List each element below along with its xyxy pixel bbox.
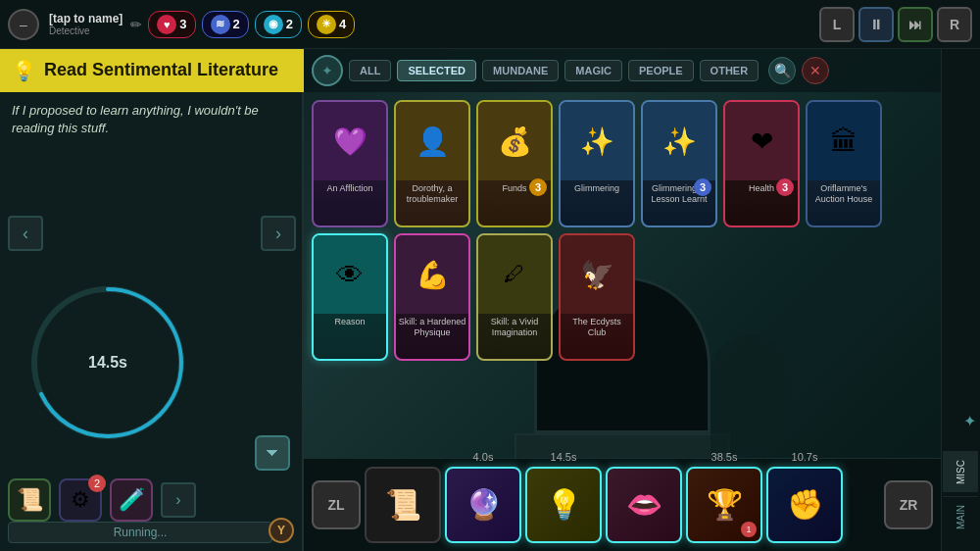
search-button[interactable]: 🔍 (768, 57, 796, 84)
card-reason-name: Reason (332, 314, 367, 330)
zl-button[interactable]: ZL (312, 480, 361, 529)
slot-3-time: 14.5s (551, 451, 577, 463)
cards-area: 💜 An Affliction 👤 Dorothy, a troublemake… (304, 92, 941, 453)
filter-hub-button[interactable]: ✦ (312, 55, 343, 86)
card-funds-badge: 3 (529, 178, 547, 196)
R-button[interactable]: R (937, 7, 972, 42)
card-skill-hardened-image: 💪 (396, 235, 468, 314)
gear-icon-button[interactable]: ⚙ 2 (59, 478, 102, 522)
right-tab-panel: MISC MAIN ✦ (941, 0, 980, 551)
stat-gold-badge[interactable]: ☀ 4 (308, 11, 355, 38)
y-controller-button[interactable]: Y (269, 518, 294, 543)
running-label: Running... (114, 526, 168, 539)
slot-2-icon: 🔮 (466, 487, 502, 522)
card-glimmering-name: Glimmering (572, 180, 621, 197)
tab-misc[interactable]: MISC (943, 451, 978, 492)
card-skill-vivid-name: Skill: a Vivid Imagination (478, 314, 551, 341)
timer-display: 14.5s (20, 275, 196, 451)
card-glimmering-lesson-badge: 3 (694, 178, 711, 196)
card-health[interactable]: ❤ Health 3 (723, 100, 800, 227)
slot-6-time: 10.7s (792, 451, 818, 463)
card-oriflamme[interactable]: 🏛 Oriflamme's Auction House (806, 100, 882, 227)
card-affliction-name: An Affliction (325, 180, 375, 197)
skip-button[interactable]: ⏭ (898, 7, 933, 42)
timer-value: 14.5s (88, 354, 127, 372)
card-skill-hardened-name: Skill: a Hardened Physique (396, 314, 468, 341)
slot-5-badge: 1 (741, 522, 757, 537)
slot-1-icon: 📜 (385, 487, 421, 522)
slot-4-icon: 👄 (626, 487, 662, 522)
teal-icon: ◉ (264, 15, 283, 34)
panel-expand-button[interactable]: › (161, 482, 196, 518)
action-slot-2[interactable]: 4.0s 🔮 (445, 467, 521, 543)
top-right-buttons: L ⏸ ⏭ R (819, 7, 972, 42)
filter-mundane[interactable]: MUNDANE (482, 60, 559, 81)
running-status-bar: Running... (8, 522, 272, 543)
blue-icon: ≋ (211, 15, 230, 34)
gold-icon: ☀ (317, 15, 336, 34)
slot-5-time: 38.5s (711, 451, 738, 463)
card-reason-image: 👁 (314, 235, 386, 314)
stat-teal-badge[interactable]: ◉ 2 (255, 11, 302, 38)
bottom-action-bar: ZL 📜 4.0s 🔮 14.5s 💡 👄 38.5s 🏆 1 10.7s ✊ … (304, 458, 941, 551)
slot-6-icon: ✊ (787, 487, 823, 522)
misc-node-icon[interactable]: ✦ (963, 412, 976, 430)
card-navigation: ‹ › (0, 216, 304, 251)
close-filter-button[interactable]: ✕ (802, 57, 829, 84)
card-affliction-image: 💜 (314, 102, 386, 180)
card-glimmering-lesson[interactable]: ✨ Glimmering: a Lesson Learnt 3 (641, 100, 717, 227)
journal-icon-button[interactable]: 📜 (8, 478, 51, 522)
tab-main[interactable]: MAIN (943, 496, 978, 537)
card-health-badge: 3 (776, 178, 794, 196)
card-funds[interactable]: 💰 Funds 3 (476, 100, 553, 227)
player-name: [tap to name] (49, 12, 122, 25)
card-oriflamme-image: 🏛 (808, 102, 880, 180)
filter-magic[interactable]: MAGIC (564, 60, 622, 81)
action-slot-5[interactable]: 38.5s 🏆 1 (686, 467, 762, 543)
action-slot-1[interactable]: 📜 (365, 467, 441, 543)
card-skill-vivid[interactable]: 🖊 Skill: a Vivid Imagination (476, 233, 553, 361)
slot-2-time: 4.0s (473, 451, 494, 463)
next-card-button[interactable]: › (261, 216, 296, 251)
L-button[interactable]: L (819, 7, 855, 42)
card-reason[interactable]: 👁 Reason (312, 233, 388, 361)
filter-people[interactable]: PEOPLE (628, 60, 694, 81)
stat-blue-badge[interactable]: ≋ 2 (202, 11, 249, 38)
action-slot-4[interactable]: 👄 (606, 467, 682, 543)
card-funds-image: 💰 (478, 102, 551, 180)
teal-value: 2 (286, 17, 293, 31)
player-name-block[interactable]: [tap to name] Detective (49, 12, 122, 36)
action-slot-6[interactable]: 10.7s ✊ (766, 467, 843, 543)
zr-button[interactable]: ZR (884, 480, 933, 529)
prev-card-button[interactable]: ‹ (8, 216, 43, 251)
card-ecdysts[interactable]: 🦅 The Ecdysts Club (559, 233, 635, 361)
blue-value: 2 (233, 17, 240, 31)
bottom-icon-tray: 📜 ⚙ 2 🧪 › (8, 478, 196, 522)
action-slot-3[interactable]: 14.5s 💡 (525, 467, 602, 543)
card-health-name: Health (747, 180, 776, 197)
left-panel: 💡 Read Sentimental Literature If I propo… (0, 0, 304, 551)
filter-other[interactable]: OTHER (700, 60, 760, 81)
card-ecdysts-image: 🦅 (561, 235, 633, 314)
potion-icon-button[interactable]: 🧪 (110, 478, 153, 522)
card-glimmering[interactable]: ✨ Glimmering (559, 100, 635, 227)
edit-icon[interactable]: ✏ (130, 17, 142, 32)
stat-heart-badge[interactable]: ♥ 3 (148, 11, 195, 38)
card-ecdysts-name: The Ecdysts Club (561, 314, 633, 341)
back-button[interactable]: – (8, 9, 39, 40)
pause-button[interactable]: ⏸ (858, 7, 894, 42)
card-funds-name: Funds (500, 180, 528, 197)
slot-5-icon: 🏆 (707, 487, 743, 522)
card-dorothy-name: Dorothy, a troublemaker (396, 180, 468, 208)
filter-selected[interactable]: SELECTED (397, 60, 476, 81)
slot-3-icon: 💡 (546, 487, 582, 522)
activity-title-bar: 💡 Read Sentimental Literature (0, 49, 304, 92)
gear-badge: 2 (88, 475, 106, 492)
scroll-button[interactable]: ⏷ (255, 435, 290, 471)
card-affliction[interactable]: 💜 An Affliction (312, 100, 388, 227)
filter-all[interactable]: ALL (349, 60, 391, 81)
card-skill-hardened[interactable]: 💪 Skill: a Hardened Physique (394, 233, 470, 361)
card-health-image: ❤ (725, 102, 798, 180)
gold-value: 4 (339, 17, 346, 31)
card-dorothy[interactable]: 👤 Dorothy, a troublemaker (394, 100, 470, 227)
